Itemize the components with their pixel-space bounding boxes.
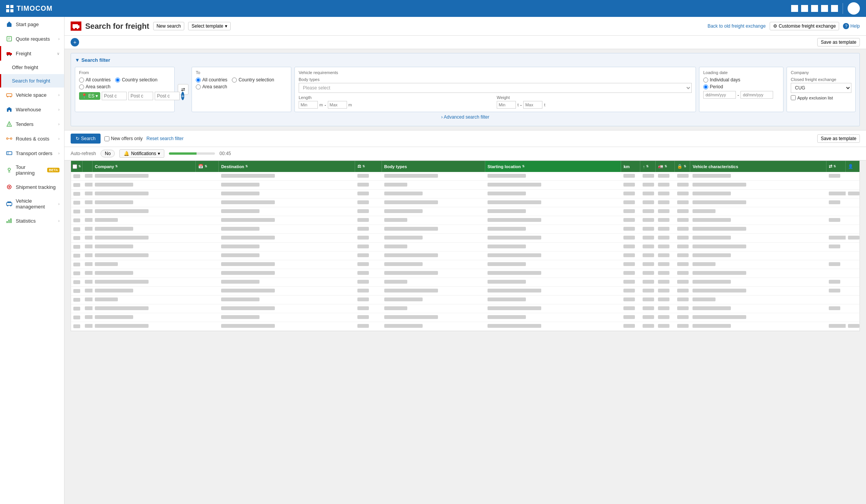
save-as-template-button[interactable]: Save as template xyxy=(817,134,860,143)
th-lock[interactable]: 🔒 ⇅ xyxy=(675,161,690,172)
table-row[interactable] xyxy=(71,190,859,198)
table-row[interactable] xyxy=(71,269,859,278)
back-old-link[interactable]: Back to old freight exchange xyxy=(707,23,765,29)
weight-min-input[interactable] xyxy=(497,101,516,109)
new-offers-label[interactable]: New offers only xyxy=(104,136,142,141)
sidebar-item-offer-freight[interactable]: Offer freight xyxy=(0,61,64,74)
new-search-button[interactable]: New search xyxy=(153,22,184,30)
user-avatar[interactable] xyxy=(848,2,860,15)
header-icon-4[interactable] xyxy=(821,5,828,12)
post-input-2[interactable] xyxy=(128,92,153,100)
sidebar-item-search-for-freight[interactable]: Search for freight xyxy=(0,74,64,88)
table-row[interactable] xyxy=(71,260,859,269)
table-row[interactable] xyxy=(71,225,859,234)
th-km[interactable]: km xyxy=(621,161,640,172)
th-body[interactable]: Body types xyxy=(382,161,485,172)
weight-max-input[interactable] xyxy=(523,101,542,109)
date-from-input[interactable] xyxy=(703,91,736,99)
sidebar-item-tenders[interactable]: Tenders › xyxy=(0,117,64,131)
to-all-countries-radio[interactable] xyxy=(196,78,201,83)
to-all-countries-option[interactable]: All countries xyxy=(196,77,227,83)
th-company[interactable]: Company ⇅ xyxy=(93,161,196,172)
reset-search-link[interactable]: Reset search filter xyxy=(147,136,184,141)
sidebar-item-tour-planning[interactable]: Tour planning BETA xyxy=(0,160,64,180)
sidebar-item-statistics[interactable]: Statistics › xyxy=(0,213,64,228)
table-row[interactable] xyxy=(71,278,859,287)
help-link[interactable]: ? Help xyxy=(843,23,860,29)
auto-refresh-no-button[interactable]: No xyxy=(101,150,115,157)
th-destination[interactable]: Destination ⇅ xyxy=(219,161,355,172)
sidebar-item-start-page[interactable]: Start page xyxy=(0,17,64,31)
th-more[interactable]: ⇄ ⇅ xyxy=(826,161,846,172)
table-row[interactable] xyxy=(71,243,859,251)
body-types-select[interactable]: Please select xyxy=(299,83,692,93)
from-all-countries-option[interactable]: All countries xyxy=(79,77,111,83)
from-country-selection-option[interactable]: Country selection xyxy=(115,77,157,83)
to-country-selection-radio[interactable] xyxy=(232,78,237,83)
select-template-button[interactable]: Select template ▾ xyxy=(188,22,231,30)
post-input-1[interactable] xyxy=(102,92,127,100)
table-row[interactable] xyxy=(71,251,859,260)
table-row[interactable] xyxy=(71,216,859,225)
to-country-selection-option[interactable]: Country selection xyxy=(232,77,274,83)
individual-days-option[interactable]: Individual days xyxy=(703,77,740,83)
th-arrow[interactable]: ↑ ⇅ xyxy=(640,161,656,172)
header-icon-5[interactable] xyxy=(831,5,838,12)
period-radio[interactable] xyxy=(703,84,708,89)
th-start[interactable]: Starting location ⇅ xyxy=(485,161,621,172)
period-option[interactable]: Period xyxy=(703,84,723,89)
th-check[interactable]: ⇅ xyxy=(71,161,83,172)
sidebar-item-freight[interactable]: Freight ∨ xyxy=(0,46,64,61)
from-all-countries-radio[interactable] xyxy=(79,78,84,83)
table-row[interactable] xyxy=(71,296,859,304)
to-area-search-option[interactable]: Area search xyxy=(196,84,227,89)
th-date[interactable]: 📅 ⇅ xyxy=(196,161,219,172)
th-person[interactable]: 👤 xyxy=(846,161,859,172)
customise-button[interactable]: ⚙ Customise freight exchange xyxy=(770,22,840,30)
th-add[interactable] xyxy=(83,161,93,172)
sidebar-item-shipment-tracking[interactable]: Shipment tracking xyxy=(0,180,64,194)
sidebar-item-warehouse[interactable]: Warehouse › xyxy=(0,102,64,117)
sidebar-item-quote-requests[interactable]: Quote requests › xyxy=(0,31,64,46)
new-offers-checkbox[interactable] xyxy=(104,136,109,141)
table-row[interactable] xyxy=(71,234,859,243)
date-to-input[interactable] xyxy=(740,91,773,99)
length-min-input[interactable] xyxy=(299,101,318,109)
exclusion-checkbox[interactable] xyxy=(791,95,796,100)
sidebar-item-vehicle-space[interactable]: Vehicle space › xyxy=(0,88,64,102)
sidebar-item-vehicle-management[interactable]: Vehicle management › xyxy=(0,194,64,213)
header-icon-3[interactable] xyxy=(811,5,818,12)
cug-select[interactable]: CUG xyxy=(791,83,851,93)
from-area-search-radio[interactable] xyxy=(79,84,84,89)
th-weight[interactable]: ⚖ ⇅ xyxy=(355,161,382,172)
save-template-button[interactable]: Save as template xyxy=(817,38,860,46)
to-area-search-radio[interactable] xyxy=(196,84,201,89)
select-all-checkbox[interactable] xyxy=(73,164,77,169)
from-area-search-option[interactable]: Area search xyxy=(79,84,111,89)
table-row[interactable] xyxy=(71,304,859,313)
header-icon-1[interactable] xyxy=(791,5,798,12)
header-icon-2[interactable] xyxy=(801,5,808,12)
country-selector[interactable]: 📍 ES ▾ xyxy=(79,92,100,100)
search-filter-title[interactable]: ▼ Search filter xyxy=(75,57,856,63)
from-add-button[interactable]: + xyxy=(181,92,184,100)
post-input-3[interactable] xyxy=(155,92,180,100)
advanced-search-link[interactable]: › Advanced search filter xyxy=(75,112,856,122)
table-row[interactable] xyxy=(71,287,859,296)
sidebar-item-routes-costs[interactable]: Routes & costs › xyxy=(0,131,64,146)
table-row[interactable] xyxy=(71,322,859,331)
table-row[interactable] xyxy=(71,207,859,216)
add-button[interactable]: + xyxy=(71,38,79,46)
sidebar-item-transport-orders[interactable]: Transport orders › xyxy=(0,146,64,160)
table-row[interactable] xyxy=(71,172,859,181)
th-truck[interactable]: 🚛 ⇅ xyxy=(656,161,675,172)
notifications-button[interactable]: 🔔 Notifications ▾ xyxy=(119,149,164,158)
individual-days-radio[interactable] xyxy=(703,78,708,83)
table-row[interactable] xyxy=(71,313,859,322)
table-row[interactable] xyxy=(71,198,859,207)
th-veh-char[interactable]: Vehicle characteristics xyxy=(690,161,826,172)
search-button[interactable]: ↻ Search xyxy=(71,134,101,144)
table-row[interactable] xyxy=(71,181,859,190)
length-max-input[interactable] xyxy=(328,101,347,109)
from-country-selection-radio[interactable] xyxy=(115,78,120,83)
